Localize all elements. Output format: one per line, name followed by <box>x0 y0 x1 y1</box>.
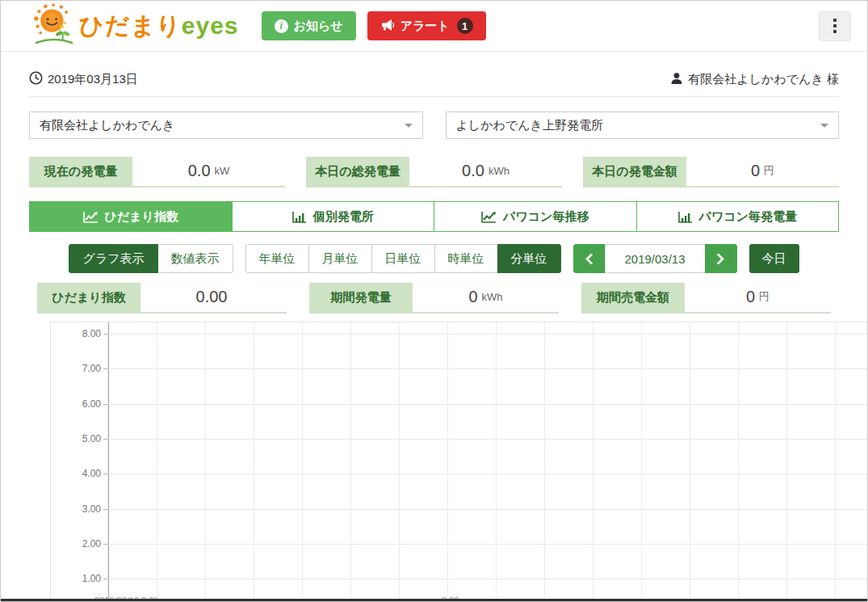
stat-today-total-energy: 本日の総発電量 0.0kWh <box>306 157 562 187</box>
h-gridline <box>108 474 867 474</box>
stat-value: 0 <box>751 162 760 180</box>
h-gridline <box>108 509 867 510</box>
next-date-button[interactable] <box>705 244 737 273</box>
y-axis-tick-label: 4.00 <box>51 468 101 479</box>
stat-value: 0 <box>746 288 755 306</box>
kebab-dot <box>833 30 837 33</box>
tab-individual-plant[interactable]: 個別発電所 <box>232 201 435 232</box>
h-gridline <box>108 579 867 579</box>
user-name-label: 有限会社よしかわでんき 様 <box>688 72 839 87</box>
y-axis-tick <box>103 474 108 474</box>
info-bar: 2019年03月13日 有限会社よしかわでんき 様 <box>29 52 839 87</box>
h-gridline <box>108 334 867 335</box>
stat-label: 本日の発電金額 <box>583 157 686 186</box>
alert-count-badge: 1 <box>457 18 473 34</box>
chevron-right-icon <box>717 254 724 264</box>
selector-row: 有限会社よしかわでんき よしかわでんき上野発電所 <box>29 112 839 139</box>
stat-unit: kW <box>215 165 230 177</box>
v-gridline <box>835 322 836 600</box>
chart-controls: グラフ表示 数値表示 年単位 月単位 日単位 時単位 分単位 2019/03/1… <box>29 244 839 273</box>
megaphone-icon <box>380 19 395 34</box>
app-logo[interactable]: ひだまりeyes <box>29 2 239 49</box>
tab-label: パワコン毎推移 <box>503 209 589 225</box>
bar-chart-icon <box>678 211 693 223</box>
plant-select[interactable]: よしかわでんき上野発電所 <box>446 112 840 139</box>
tab-pcs-energy[interactable]: パワコン毎発電量 <box>636 201 840 232</box>
y-axis-tick <box>103 334 108 335</box>
today-stats-row: 現在の発電量 0.0kW 本日の総発電量 0.0kWh 本日の発電金額 0円 <box>29 157 839 187</box>
v-gridline <box>738 322 739 600</box>
v-gridline <box>254 322 254 600</box>
clock-icon <box>29 71 43 87</box>
tab-label: 個別発電所 <box>313 209 374 225</box>
today-button[interactable]: 今日 <box>749 244 799 273</box>
unit-year-button[interactable]: 年単位 <box>245 244 309 273</box>
app-header: ひだまりeyes i お知らせ アラート 1 <box>1 1 867 52</box>
stat-period-energy: 期間発電量 0kWh <box>309 283 559 314</box>
dashboard-page: { "header": { "logo_text": "ひだまり", "logo… <box>0 0 868 602</box>
tab-label: パワコン毎発電量 <box>699 209 797 225</box>
stat-value: 0.00 <box>196 288 228 306</box>
y-axis-tick-label: 3.00 <box>51 503 101 515</box>
y-axis-tick-label: 5.00 <box>51 433 101 444</box>
stat-value: 0.0 <box>188 162 211 180</box>
h-gridline <box>108 544 867 545</box>
y-axis-tick-label: 6.00 <box>51 398 101 410</box>
y-axis-tick <box>103 439 108 440</box>
sun-flower-logo-icon <box>29 2 79 49</box>
h-gridline <box>108 404 867 405</box>
line-chart-icon <box>481 211 497 223</box>
stat-value: 0 <box>468 288 477 306</box>
infobar-divider <box>29 96 839 97</box>
stat-current-power: 現在の発電量 0.0kW <box>29 157 285 187</box>
v-gridline <box>447 322 448 600</box>
stat-unit: kWh <box>482 291 503 303</box>
time-unit-group: 年単位 月単位 日単位 時単位 分単位 <box>245 244 561 273</box>
y-axis-line <box>108 322 109 600</box>
v-gridline <box>157 322 157 600</box>
v-gridline <box>399 322 400 600</box>
display-mode-group: グラフ表示 数値表示 <box>69 244 233 273</box>
h-gridline <box>108 368 867 369</box>
plant-select-value: よしかわでんき上野発電所 <box>456 118 603 133</box>
stat-unit: 円 <box>759 289 769 304</box>
v-gridline <box>205 322 206 600</box>
info-icon: i <box>275 19 288 33</box>
stat-unit: kWh <box>489 165 509 177</box>
prev-date-button[interactable] <box>573 244 606 273</box>
chevron-left-icon <box>585 254 593 264</box>
unit-month-button[interactable]: 月単位 <box>308 244 372 273</box>
tab-pcs-trend[interactable]: パワコン毎推移 <box>434 201 637 232</box>
unit-minute-button[interactable]: 分単位 <box>497 244 561 273</box>
kebab-dot <box>833 24 837 27</box>
user-icon <box>670 72 683 87</box>
v-gridline <box>786 322 787 600</box>
stat-today-revenue: 本日の発電金額 0円 <box>583 157 839 187</box>
company-select[interactable]: 有限会社よしかわでんき <box>29 112 423 139</box>
y-axis-tick <box>103 509 108 510</box>
v-gridline <box>690 322 690 600</box>
kebab-menu-button[interactable] <box>819 11 851 41</box>
logged-in-user: 有限会社よしかわでんき 様 <box>670 72 839 87</box>
graph-view-button[interactable]: グラフ表示 <box>69 244 157 273</box>
stat-value: 0.0 <box>462 162 484 180</box>
unit-day-button[interactable]: 日単位 <box>371 244 435 273</box>
y-axis-tick-label: 1.00 <box>51 573 101 584</box>
numeric-view-button[interactable]: 数値表示 <box>157 244 233 273</box>
stat-label: 本日の総発電量 <box>306 157 409 186</box>
tab-hidamari-index[interactable]: ひだまり指数 <box>29 201 233 232</box>
chart-plot: 2019/03/13 0:00 0:00 8.007.006.005.004.0… <box>50 322 867 600</box>
selected-date-display[interactable]: 2019/03/13 <box>605 244 706 273</box>
v-gridline <box>544 322 545 600</box>
v-gridline <box>641 322 642 600</box>
unit-hour-button[interactable]: 時単位 <box>434 244 498 273</box>
company-select-value: 有限会社よしかわでんき <box>40 118 174 133</box>
current-date: 2019年03月13日 <box>29 71 138 87</box>
alert-button[interactable]: アラート 1 <box>367 11 486 40</box>
stat-label: 現在の発電量 <box>29 157 132 186</box>
alert-button-label: アラート <box>400 19 450 34</box>
v-gridline <box>350 322 351 600</box>
app-title: ひだまりeyes <box>79 10 239 43</box>
kebab-dot <box>833 19 837 22</box>
notice-button[interactable]: i お知らせ <box>262 11 356 40</box>
